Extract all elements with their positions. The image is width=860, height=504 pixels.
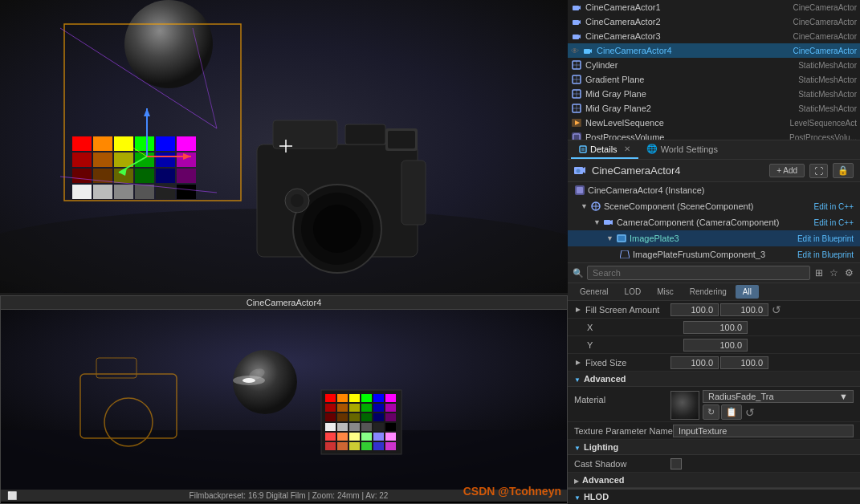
outliner-row-selected[interactable]: 👁 CineCameraActor4 CineCameraActor [568,43,860,58]
comp-row-instance[interactable]: CineCameraActor4 (Instance) [568,182,860,198]
cast-shadow-label: Cast Shadow [574,459,670,469]
filter-rendering[interactable]: Rendering [683,285,734,299]
fixed-size-label: Fixed Size [574,358,670,368]
svg-rect-26 [156,152,175,167]
svg-marker-103 [579,35,581,39]
lock-button[interactable]: 🔒 [833,163,854,178]
component-title: CineCameraActor4 [592,165,764,177]
component-icon [574,165,587,177]
outliner[interactable]: CineCameraActor1 CineCameraActor CineCam… [568,0,860,140]
fill-screen-value: ↺ [670,303,854,316]
material-dropdown[interactable]: RadiusFade_Tra ▼ [703,390,854,403]
cast-shadow-checkbox[interactable] [670,458,682,469]
expand-button[interactable]: ⛶ [809,164,828,178]
settings-button[interactable]: ⚙ [843,266,855,280]
tab-details[interactable]: Details ✕ [571,140,638,159]
outliner-row[interactable]: Mid Gray Plane2 StaticMeshActor [568,101,860,116]
outliner-row[interactable]: Gradient Plane StaticMeshActor [568,72,860,87]
svg-rect-39 [177,185,196,199]
row-type: StaticMeshActor [795,104,857,113]
svg-rect-32 [156,169,175,183]
filter-tabs: General LOD Misc Rendering All [568,283,860,301]
svg-rect-122 [580,146,586,152]
mesh-icon [571,103,582,114]
outliner-row[interactable]: PostProcessVolume PostProcessVolu... [568,130,860,140]
fixed-size-x-input[interactable] [670,356,719,369]
row-name: NewLevelSequence [585,118,787,128]
search-input[interactable] [587,266,810,280]
svg-rect-85 [349,433,360,441]
row-name: CineCameraActor1 [585,2,790,12]
mat-reset-button[interactable]: ↺ [744,406,756,419]
filter-all[interactable]: All [736,285,759,299]
svg-rect-17 [93,136,112,151]
svg-rect-71 [325,413,336,421]
preview-content [1,310,567,490]
row-name: Cylinder [585,60,795,70]
material-label: Material [574,390,670,404]
outliner-row[interactable]: CineCameraActor1 CineCameraActor [568,0,860,14]
filter-lod[interactable]: LOD [617,285,649,299]
advanced2-arrow [574,476,579,485]
viewport: CineCameraActor4 [0,0,568,504]
outliner-row[interactable]: NewLevelSequence LevelSequenceAct [568,116,860,130]
fill-screen-label: Fill Screen Amount [574,305,670,315]
tab-world-settings[interactable]: 🌐 World Settings [638,140,726,159]
texture-param-input[interactable] [673,425,854,437]
fixed-size-row: Fixed Size [568,354,860,372]
comp-row-camera[interactable]: ▼ CameraComponent (CameraComponent) Edit… [568,214,860,230]
edit-cpp-link[interactable]: Edit in C++ [814,202,854,211]
pp-icon [571,132,582,140]
svg-rect-23 [93,152,112,167]
advanced-section-header[interactable]: Advanced [568,372,860,387]
row-type: PostProcessVolu... [786,133,857,141]
svg-rect-63 [373,394,384,402]
mat-browse-button[interactable]: ↻ [703,404,719,420]
svg-rect-79 [349,423,360,431]
preview-icon: ⬜ [7,491,17,500]
grid-view-button[interactable]: ⊞ [813,266,825,280]
svg-rect-88 [385,433,396,441]
fixed-size-y-input[interactable] [720,356,768,369]
svg-rect-80 [361,423,372,431]
y-input[interactable] [683,339,748,352]
search-bar: 🔍 ⊞ ☆ ⚙ [568,263,860,283]
outliner-row[interactable]: CineCameraActor2 CineCameraActor [568,14,860,29]
advanced-section-2-header[interactable]: Advanced [568,473,860,488]
fill-screen-y-input[interactable] [720,303,768,316]
add-button[interactable]: + Add [769,164,805,177]
x-label: X [587,323,683,332]
row-type: StaticMeshActor [795,90,857,99]
comp-row-frustum[interactable]: ImagePlateFrustumComponent_3 Edit in Blu… [568,246,860,262]
svg-marker-137 [620,250,630,258]
outliner-row[interactable]: Cylinder StaticMeshActor [568,58,860,72]
svg-rect-64 [385,394,396,402]
filter-misc[interactable]: Misc [650,285,681,299]
edit-cpp-link2[interactable]: Edit in C++ [814,218,854,227]
fill-screen-x-input[interactable] [670,303,719,316]
comp-row-imageplate[interactable]: ▼ ImagePlate3 Edit in Blueprint [568,230,860,246]
outliner-row[interactable]: Mid Gray Plane StaticMeshActor [568,87,860,101]
texture-param-label: Texture Parameter Name [574,426,673,436]
filter-general[interactable]: General [573,285,616,299]
comp-row-scene[interactable]: ▼ SceneComponent (SceneComponent) Edit i… [568,198,860,214]
edit-bp-link2[interactable]: Edit in Blueprint [797,250,854,259]
edit-bp-link[interactable]: Edit in Blueprint [797,234,854,243]
mat-use-button[interactable]: 📋 [721,404,742,420]
svg-rect-61 [349,394,360,402]
lighting-section-header[interactable]: Lighting [568,440,860,455]
eye-icon: 👁 [571,47,579,55]
row-name: Mid Gray Plane2 [585,104,795,113]
hlod-section-header[interactable]: HLOD [568,488,860,504]
star-button[interactable]: ☆ [828,266,840,280]
details-tabs: Details ✕ 🌐 World Settings [568,140,860,160]
fill-screen-reset[interactable]: ↺ [770,303,783,316]
x-input[interactable] [683,321,748,334]
camera-comp-icon [603,217,614,228]
tab-close-button[interactable]: ✕ [624,144,630,153]
row-type: CineCameraActor [790,3,857,12]
expand-icon [574,306,582,314]
material-value: RadiusFade_Tra ▼ ↻ 📋 ↺ [670,390,854,420]
material-row: Material RadiusFade_Tra ▼ ↻ 📋 ↺ [568,387,860,422]
outliner-row[interactable]: CineCameraActor3 CineCameraActor [568,29,860,43]
